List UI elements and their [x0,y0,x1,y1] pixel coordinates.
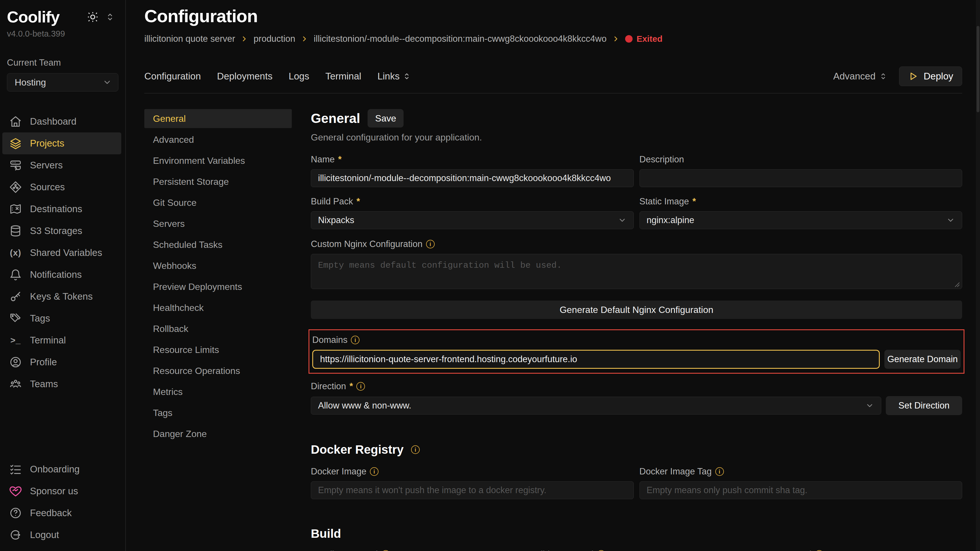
sidebar-item-terminal[interactable]: >_ Terminal [2,329,121,351]
instance-switcher-chevrons-icon[interactable] [105,12,115,22]
scrollbar-thumb[interactable] [977,26,979,112]
config-nav-tags[interactable]: Tags [144,403,292,422]
database-icon [9,225,22,237]
tab-logs[interactable]: Logs [289,71,309,82]
config-nav-resource-operations[interactable]: Resource Operations [144,361,292,380]
config-nav-servers[interactable]: Servers [144,214,292,233]
resize-handle-icon[interactable] [955,282,960,287]
sidebar-item-profile[interactable]: Profile [2,351,121,373]
required-marker: * [349,381,353,392]
status-dot-icon [625,35,633,43]
tab-deployments[interactable]: Deployments [217,71,272,82]
deploy-button[interactable]: Deploy [899,67,962,86]
docker-image-label: Docker Image [311,466,366,477]
direction-select[interactable]: Allow www & non-www. [311,397,881,414]
team-select-value: Hosting [15,77,46,88]
team-select[interactable]: Hosting [7,73,118,92]
breadcrumb-application[interactable]: illicitestonion/-module--decomposition:m… [314,34,607,44]
domains-input[interactable] [312,350,880,369]
info-icon[interactable]: i [411,445,420,454]
sidebar-item-notifications[interactable]: Notifications [2,264,121,286]
build-pack-label: Build Pack [311,196,353,207]
docker-image-tag-input[interactable] [640,481,963,499]
info-icon[interactable]: i [426,240,435,248]
status-badge: Exited [625,34,663,44]
tabbar: Configuration Deployments Logs Terminal … [144,67,962,86]
chevron-down-icon [865,401,874,410]
section-title-general: General [311,111,360,126]
info-icon[interactable]: i [351,336,360,344]
chevrons-up-down-icon [879,72,888,81]
breadcrumb-environment[interactable]: production [253,34,295,44]
custom-nginx-textarea[interactable] [311,254,962,289]
config-nav-danger-zone[interactable]: Danger Zone [144,424,292,443]
app-root: Coolify v4.0.0-beta.399 Current Team Hos… [0,0,980,551]
breadcrumb: illicitonion quote server production ill… [144,34,962,44]
sidebar-item-feedback[interactable]: Feedback [2,502,121,524]
docker-image-input[interactable] [311,481,634,499]
help-circle-icon [9,507,22,519]
config-nav-preview-deployments[interactable]: Preview Deployments [144,277,292,296]
sidebar-item-s3-storages[interactable]: S3 Storages [2,220,121,242]
config-nav-rollback[interactable]: Rollback [144,319,292,338]
info-icon[interactable]: i [356,382,365,391]
generate-domain-button[interactable]: Generate Domain [885,350,961,369]
description-input[interactable] [640,169,963,187]
config-nav-webhooks[interactable]: Webhooks [144,256,292,275]
static-image-select[interactable]: nginx:alpine [640,211,963,229]
build-pack-select[interactable]: Nixpacks [311,211,634,229]
config-nav-git-source[interactable]: Git Source [144,193,292,212]
save-button[interactable]: Save [368,109,404,127]
tab-terminal[interactable]: Terminal [325,71,361,82]
direction-label: Direction [311,381,346,392]
app-logo[interactable]: Coolify [7,8,60,26]
user-circle-icon [9,356,22,368]
info-icon[interactable]: i [715,467,724,476]
required-marker: * [338,154,342,165]
install-command-label: Install Command [311,549,378,551]
sidebar-item-sponsor-us[interactable]: Sponsor us [2,480,121,502]
key-icon [9,290,22,303]
sidebar-item-keys-tokens[interactable]: Keys & Tokens [2,286,121,308]
current-team-label: Current Team [0,57,125,68]
sidebar-item-dashboard[interactable]: Dashboard [2,111,121,132]
sidebar-item-servers[interactable]: Servers [2,154,121,176]
chevron-down-icon [946,216,955,225]
config-nav-persistent-storage[interactable]: Persistent Storage [144,172,292,191]
breadcrumb-chevron-icon [301,35,309,43]
config-nav-advanced[interactable]: Advanced [144,130,292,149]
theme-toggle-sun-icon[interactable] [87,11,99,23]
config-nav-general[interactable]: General [144,109,292,128]
name-input[interactable] [311,169,634,187]
config-nav-healthcheck[interactable]: Healthcheck [144,298,292,317]
sidebar-item-logout[interactable]: Logout [2,524,121,546]
description-label: Description [640,154,684,165]
sidebar-item-destinations[interactable]: Destinations [2,198,121,220]
tab-configuration[interactable]: Configuration [144,71,201,82]
git-source-icon [9,181,22,194]
section-subtitle: General configuration for your applicati… [311,132,962,143]
info-icon[interactable]: i [370,467,379,476]
config-nav-scheduled-tasks[interactable]: Scheduled Tasks [144,235,292,254]
sidebar-item-onboarding[interactable]: Onboarding [2,458,121,480]
breadcrumb-chevron-icon [240,35,248,43]
scrollbar[interactable] [976,0,980,551]
breadcrumb-project[interactable]: illicitonion quote server [144,34,235,44]
generate-nginx-button[interactable]: Generate Default Nginx Configuration [311,300,962,319]
config-nav-metrics[interactable]: Metrics [144,382,292,401]
advanced-selector[interactable]: Advanced [833,71,888,82]
config-nav-environment-variables[interactable]: Environment Variables [144,151,292,170]
layers-icon [9,137,22,150]
server-rack-icon [9,159,22,171]
sidebar-item-tags[interactable]: Tags [2,308,121,329]
logout-icon [9,529,22,541]
section-title-docker-registry: Docker Registry [311,443,404,457]
sidebar-item-shared-variables[interactable]: (x) Shared Variables [2,242,121,264]
tab-links[interactable]: Links [377,71,411,82]
set-direction-button[interactable]: Set Direction [886,396,962,415]
config-nav-resource-limits[interactable]: Resource Limits [144,340,292,359]
sidebar-item-projects[interactable]: Projects [2,132,121,154]
heart-icon [9,485,22,497]
sidebar-item-sources[interactable]: Sources [2,176,121,198]
sidebar-item-teams[interactable]: Teams [2,373,121,395]
